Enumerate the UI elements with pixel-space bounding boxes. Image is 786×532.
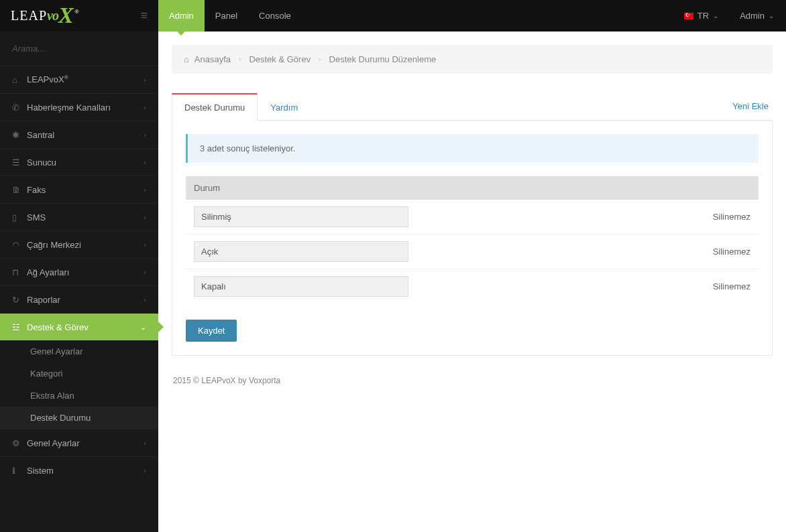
breadcrumb-current: Destek Durumu Düzenleme <box>329 54 437 64</box>
history-icon: ↻ <box>12 295 27 305</box>
lang-selector[interactable]: TR ⌄ <box>675 0 728 31</box>
table-row: Silinemez <box>186 235 759 269</box>
sidebar-item-system[interactable]: ℹ Sistem › <box>0 456 158 484</box>
sidebar-item-label: Genel Ayarlar <box>27 438 144 448</box>
sidebar-item-label: Sistem <box>27 466 144 476</box>
new-add-link[interactable]: Yeni Ekle <box>728 93 773 119</box>
chevron-right-icon: › <box>144 103 146 111</box>
search-input[interactable] <box>0 31 158 66</box>
flag-icon <box>684 13 693 19</box>
breadcrumb-separator: › <box>239 56 241 63</box>
gears-icon: ⚙ <box>12 438 27 448</box>
phone-icon: ✆ <box>12 103 27 113</box>
tab-help[interactable]: Yardım <box>258 94 311 121</box>
topbar-left: LEAP vo X ® ≡ <box>0 0 158 31</box>
chevron-right-icon: › <box>144 466 146 474</box>
chevron-right-icon: › <box>144 186 146 194</box>
sidebar-item-general-settings[interactable]: ⚙ Genel Ayarlar › <box>0 429 158 456</box>
headset-icon: ◠ <box>12 240 27 250</box>
chevron-right-icon: › <box>144 213 146 221</box>
submenu-general[interactable]: Genel Ayarlar <box>0 340 158 362</box>
sidebar-item-comm-channels[interactable]: ✆ Haberleşme Kanalları › <box>0 93 158 121</box>
save-button[interactable]: Kaydet <box>186 320 237 342</box>
chevron-right-icon: › <box>144 131 146 139</box>
sidebar-item-leapvox[interactable]: ⌂ LEAPvoX® › <box>0 66 158 93</box>
breadcrumb-home[interactable]: Anasayfa <box>194 54 231 64</box>
status-input[interactable] <box>194 206 408 227</box>
breadcrumb-separator: › <box>319 56 321 63</box>
sidebar-submenu: Genel Ayarlar Kategori Ekstra Alan Deste… <box>0 340 158 429</box>
sidebar-item-label: SMS <box>27 212 144 222</box>
table-header: Durum <box>186 176 759 200</box>
hamburger-icon[interactable]: ≡ <box>140 9 148 23</box>
chevron-right-icon: › <box>144 439 146 447</box>
sidebar-item-label: Destek & Görev <box>27 322 140 332</box>
info-icon: ℹ <box>12 466 27 476</box>
sidebar-item-label: Ağ Ayarları <box>27 267 144 277</box>
submenu-extra-field[interactable]: Ekstra Alan <box>0 385 158 407</box>
sidebar-item-santral[interactable]: ✱ Santral › <box>0 121 158 148</box>
logo-r: ® <box>75 9 79 15</box>
sidebar-item-label: LEAPvoX® <box>27 74 144 84</box>
status-input[interactable] <box>194 241 408 262</box>
breadcrumb-support[interactable]: Destek & Görev <box>249 54 311 64</box>
chevron-right-icon: › <box>144 241 146 249</box>
sidebar: ⌂ LEAPvoX® › ✆ Haberleşme Kanalları › ✱ … <box>0 31 158 532</box>
submenu-support-status[interactable]: Destek Durumu <box>0 407 158 429</box>
lang-code: TR <box>697 11 709 21</box>
topnav-panel[interactable]: Panel <box>205 0 248 31</box>
fax-icon: 🗎 <box>12 185 27 195</box>
status-input[interactable] <box>194 276 408 297</box>
topnav-console[interactable]: Console <box>248 0 302 31</box>
mobile-icon: ▯ <box>12 212 27 222</box>
breadcrumb: ⌂ Anasayfa › Destek & Görev › Destek Dur… <box>172 45 773 74</box>
main-content: ⌂ Anasayfa › Destek & Görev › Destek Dur… <box>158 31 786 532</box>
logo-vo: vo <box>47 8 58 23</box>
home-icon: ⌂ <box>12 75 27 85</box>
chevron-right-icon: › <box>144 76 146 84</box>
sidebar-item-faks[interactable]: 🗎 Faks › <box>0 176 158 203</box>
row-status: Silinemez <box>713 247 750 257</box>
row-status: Silinemez <box>713 281 750 291</box>
topnav: Admin Panel Console <box>158 0 675 31</box>
topnav-admin[interactable]: Admin <box>158 0 205 31</box>
sidebar-item-sunucu[interactable]: ☰ Sunucu › <box>0 148 158 176</box>
sidebar-item-support-tasks[interactable]: ☳ Destek & Görev ⌄ <box>0 313 158 340</box>
sidebar-item-reports[interactable]: ↻ Raporlar › <box>0 285 158 313</box>
chevron-down-icon: ⌄ <box>769 12 774 19</box>
sidebar-item-network[interactable]: ⊓ Ağ Ayarları › <box>0 258 158 285</box>
panel: 3 adet sonuç listeleniyor. Durum Silinem… <box>172 121 773 356</box>
sidebar-menu: ⌂ LEAPvoX® › ✆ Haberleşme Kanalları › ✱ … <box>0 66 158 484</box>
chevron-right-icon: › <box>144 268 146 276</box>
tabs: Destek Durumu Yardım Yeni Ekle <box>172 92 773 121</box>
sidebar-item-sms[interactable]: ▯ SMS › <box>0 203 158 230</box>
chevron-down-icon: ⌄ <box>140 323 146 332</box>
sidebar-item-label: Sunucu <box>27 157 144 168</box>
sidebar-item-label: Raporlar <box>27 295 144 305</box>
task-icon: ☳ <box>12 322 27 332</box>
home-icon: ⌂ <box>184 54 189 64</box>
user-name: Admin <box>740 11 765 21</box>
sidebar-item-label: Çağrı Merkezi <box>27 240 144 250</box>
logo[interactable]: LEAP vo X ® <box>11 8 77 23</box>
footer: 2015 © LEAPvoX by Voxporta <box>172 376 773 385</box>
tab-support-status[interactable]: Destek Durumu <box>172 93 258 121</box>
chevron-down-icon: ⌄ <box>713 12 718 19</box>
chevron-right-icon: › <box>144 158 146 166</box>
server-icon: ☰ <box>12 157 27 168</box>
network-icon: ⊓ <box>12 267 27 277</box>
topnav-right: TR ⌄ Admin ⌄ <box>675 0 786 31</box>
sidebar-item-label: Haberleşme Kanalları <box>27 103 144 113</box>
row-status: Silinemez <box>713 212 750 222</box>
user-menu[interactable]: Admin ⌄ <box>728 0 786 31</box>
logo-leap: LEAP <box>11 8 47 23</box>
topbar: LEAP vo X ® ≡ Admin Panel Console TR ⌄ A… <box>0 0 786 31</box>
sidebar-item-label: Santral <box>27 130 144 140</box>
submenu-category[interactable]: Kategori <box>0 362 158 385</box>
sidebar-item-label: Faks <box>27 185 144 195</box>
asterisk-icon: ✱ <box>12 130 27 140</box>
info-alert: 3 adet sonuç listeleniyor. <box>186 134 759 163</box>
chevron-right-icon: › <box>144 295 146 304</box>
table-row: Silinemez <box>186 200 759 235</box>
sidebar-item-call-center[interactable]: ◠ Çağrı Merkezi › <box>0 230 158 258</box>
